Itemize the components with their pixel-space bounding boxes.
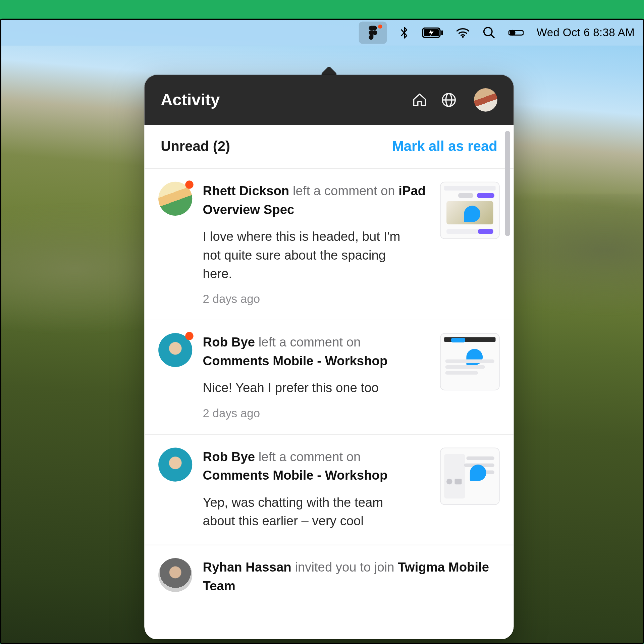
home-icon bbox=[412, 92, 428, 108]
thumbnail[interactable] bbox=[440, 448, 500, 531]
avatar-image bbox=[158, 558, 192, 592]
spotlight-icon[interactable] bbox=[483, 26, 495, 39]
svg-point-8 bbox=[510, 30, 516, 36]
timestamp: 2 days ago bbox=[203, 292, 430, 306]
notification-dot-icon bbox=[378, 24, 382, 29]
mark-all-read-button[interactable]: Mark all as read bbox=[392, 138, 497, 154]
activity-headline: Ryhan Hassan invited you to join Twigma … bbox=[203, 558, 500, 595]
home-button[interactable] bbox=[411, 91, 428, 109]
figma-icon bbox=[368, 25, 378, 40]
author-name: Rob Bye bbox=[203, 335, 255, 350]
svg-rect-3 bbox=[441, 31, 443, 35]
comment-body: I love where this is headed, but I'm not… bbox=[203, 227, 401, 283]
activity-item[interactable]: Rhett Dickson left a comment on iPad Ove… bbox=[144, 169, 514, 321]
activity-content: Rob Bye left a comment on Comments Mobil… bbox=[203, 333, 430, 420]
avatar[interactable] bbox=[158, 182, 192, 306]
avatar-image bbox=[158, 448, 192, 482]
svg-point-4 bbox=[462, 36, 464, 38]
file-name[interactable]: Comments Mobile - Workshop bbox=[203, 468, 388, 483]
svg-point-5 bbox=[484, 28, 492, 36]
file-name[interactable]: Comments Mobile - Workshop bbox=[203, 354, 388, 369]
activity-content: Rhett Dickson left a comment on iPad Ove… bbox=[203, 182, 430, 306]
thumbnail-preview bbox=[440, 448, 500, 505]
menubar-figma-app[interactable] bbox=[359, 21, 387, 44]
globe-icon bbox=[441, 92, 457, 108]
activity-header: Activity bbox=[144, 75, 514, 125]
wifi-icon[interactable] bbox=[456, 28, 470, 38]
svg-point-0 bbox=[373, 31, 377, 35]
thumbnail[interactable] bbox=[440, 333, 500, 420]
battery-icon[interactable] bbox=[422, 28, 443, 38]
comment-body: Yep, was chatting with the team about th… bbox=[203, 493, 401, 530]
action-text: left a comment on bbox=[259, 335, 361, 350]
mac-menubar: Wed Oct 6 8:38 AM bbox=[1, 20, 643, 46]
menubar-datetime[interactable]: Wed Oct 6 8:38 AM bbox=[537, 26, 635, 39]
activity-body: Unread (2) Mark all as read Rhett Dickso… bbox=[144, 125, 514, 639]
action-text: invited you to join bbox=[295, 560, 398, 575]
activity-headline: Rob Bye left a comment on Comments Mobil… bbox=[203, 448, 430, 485]
activity-content: Ryhan Hassan invited you to join Twigma … bbox=[203, 558, 500, 595]
activity-item[interactable]: Rob Bye left a comment on Comments Mobil… bbox=[144, 435, 514, 545]
control-center-icon[interactable] bbox=[508, 28, 524, 38]
action-text: left a comment on bbox=[293, 183, 398, 198]
author-name: Rhett Dickson bbox=[203, 183, 289, 198]
scrollbar[interactable] bbox=[505, 131, 510, 236]
activity-item[interactable]: Ryhan Hassan invited you to join Twigma … bbox=[144, 545, 514, 609]
activity-headline: Rhett Dickson left a comment on iPad Ove… bbox=[203, 182, 430, 219]
desktop-frame: Wed Oct 6 8:38 AM Activity bbox=[0, 19, 644, 644]
comment-body: Nice! Yeah I prefer this one too bbox=[203, 379, 401, 397]
thumbnail-preview bbox=[440, 333, 500, 391]
activity-item[interactable]: Rob Bye left a comment on Comments Mobil… bbox=[144, 321, 514, 435]
action-text: left a comment on bbox=[259, 449, 361, 464]
svg-line-6 bbox=[491, 35, 495, 38]
unread-dot-icon bbox=[185, 332, 193, 340]
author-name: Rob Bye bbox=[203, 449, 255, 464]
activity-subheader: Unread (2) Mark all as read bbox=[144, 125, 514, 169]
unread-dot-icon bbox=[185, 180, 193, 189]
bluetooth-icon[interactable] bbox=[400, 26, 409, 40]
timestamp: 2 days ago bbox=[203, 407, 430, 420]
thumbnail[interactable] bbox=[440, 182, 500, 306]
unread-count: Unread (2) bbox=[161, 138, 230, 154]
author-name: Ryhan Hassan bbox=[203, 560, 291, 575]
activity-content: Rob Bye left a comment on Comments Mobil… bbox=[203, 448, 430, 531]
avatar[interactable] bbox=[158, 333, 192, 420]
popover-arrow bbox=[321, 67, 336, 75]
activity-title: Activity bbox=[161, 91, 399, 109]
thumbnail-preview bbox=[440, 182, 500, 239]
activity-headline: Rob Bye left a comment on Comments Mobil… bbox=[203, 333, 430, 371]
avatar[interactable] bbox=[158, 448, 192, 531]
avatar[interactable] bbox=[158, 558, 192, 595]
activity-list: Rhett Dickson left a comment on iPad Ove… bbox=[144, 169, 514, 609]
community-button[interactable] bbox=[440, 91, 458, 109]
user-avatar[interactable] bbox=[474, 88, 497, 112]
activity-popover: Activity Unread bbox=[144, 75, 514, 639]
